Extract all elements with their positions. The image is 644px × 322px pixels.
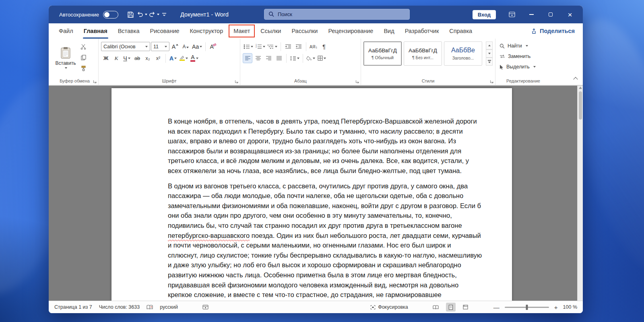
copy-icon[interactable] — [78, 53, 88, 62]
customize-quick-access-icon[interactable] — [159, 9, 169, 20]
bold-button[interactable]: Ж — [101, 53, 111, 63]
zoom-slider[interactable] — [505, 307, 549, 308]
format-painter-icon[interactable] — [78, 64, 88, 73]
tab-references[interactable]: Ссылки — [255, 23, 286, 39]
tab-design[interactable]: Конструктор — [185, 23, 229, 39]
clipboard-dialog-launcher-icon[interactable] — [93, 80, 97, 83]
underline-button[interactable]: Ч — [122, 53, 132, 63]
tab-home[interactable]: Главная — [78, 23, 113, 39]
highlighter-icon — [180, 56, 185, 61]
italic-button[interactable]: К — [111, 53, 121, 63]
autosave-label: Автосохранение — [59, 12, 99, 18]
page-indicator[interactable]: Страница 1 из 7 — [54, 304, 92, 310]
styles-scroll-down-icon[interactable] — [486, 50, 493, 58]
tab-developer[interactable]: Разработчик — [400, 23, 444, 39]
minimize-button[interactable] — [522, 6, 540, 23]
titlebar: Автосохранение Документ1 - Word Поиск Вх… — [49, 6, 583, 23]
style-normal[interactable]: АаБбВвГгД ¶ Обычный — [363, 41, 402, 66]
borders-button[interactable] — [317, 53, 327, 63]
scrollbar-thumb[interactable] — [579, 91, 582, 120]
tab-layout[interactable]: Макет — [228, 23, 255, 39]
tab-file[interactable]: Файл — [54, 23, 78, 39]
paragraph-dialog-launcher-icon[interactable] — [355, 80, 359, 83]
font-name-select[interactable]: Calibri (Основ — [101, 42, 150, 51]
paragraph: В одном из вагонов третьего класса, с ра… — [168, 181, 483, 300]
shading-button[interactable] — [305, 53, 316, 63]
change-case-button[interactable]: Аа — [191, 41, 203, 52]
tab-draw[interactable]: Рисование — [145, 23, 185, 39]
language-indicator[interactable]: русский — [160, 304, 178, 310]
styles-scroll-up-icon[interactable] — [486, 41, 493, 50]
paste-button[interactable]: Вставить — [54, 41, 78, 74]
text-effects-button[interactable]: А — [168, 53, 178, 63]
save-icon[interactable] — [126, 9, 135, 20]
replace-button[interactable]: Заменить — [498, 51, 549, 62]
find-icon — [500, 43, 505, 49]
superscript-button[interactable]: х² — [153, 53, 163, 63]
paste-dropdown-icon[interactable] — [65, 67, 67, 69]
styles-dialog-launcher-icon[interactable] — [490, 80, 493, 83]
document-text[interactable]: В конце ноября, в оттепель, часов в девя… — [111, 88, 512, 300]
tab-insert[interactable]: Вставка — [113, 23, 145, 39]
search-placeholder: Поиск — [278, 11, 292, 17]
select-button[interactable]: Выделить — [498, 62, 549, 72]
scroll-up-icon[interactable] — [579, 87, 582, 89]
shrink-font-button[interactable]: А — [181, 41, 190, 52]
macro-record-icon[interactable] — [202, 305, 208, 310]
line-spacing-button[interactable] — [289, 53, 300, 63]
tab-review[interactable]: Рецензирование — [323, 23, 378, 39]
font-size-select[interactable]: 11 — [151, 42, 169, 51]
bullets-button[interactable] — [243, 41, 254, 52]
redo-icon[interactable] — [147, 9, 157, 20]
grow-font-button[interactable]: А — [170, 41, 180, 52]
font-dialog-launcher-icon[interactable] — [235, 80, 238, 83]
print-layout-icon[interactable] — [446, 303, 456, 312]
word-count[interactable]: Число слов: 3633 — [99, 304, 140, 310]
focus-mode-button[interactable]: Фокусировка — [370, 304, 408, 310]
styles-more-icon[interactable] — [486, 58, 493, 66]
highlight-color-button[interactable] — [179, 53, 189, 63]
undo-icon[interactable] — [135, 9, 145, 20]
cut-icon[interactable] — [78, 42, 88, 52]
proofing-icon[interactable] — [147, 305, 153, 310]
ribbon: Вставить Буфер обмена — [49, 39, 583, 85]
ribbon-display-options-icon[interactable] — [503, 6, 521, 23]
strikethrough-button[interactable]: ab — [132, 53, 142, 63]
find-button[interactable]: Найти — [498, 41, 549, 51]
search-input[interactable]: Поиск — [264, 9, 410, 20]
sort-button[interactable]: АЯ↓ — [309, 41, 318, 52]
zoom-slider-thumb[interactable] — [526, 305, 528, 310]
group-clipboard: Вставить Буфер обмена — [51, 39, 99, 85]
maximize-button[interactable] — [542, 6, 559, 23]
read-mode-icon[interactable] — [431, 303, 441, 312]
vertical-scrollbar[interactable] — [577, 86, 583, 301]
style-no-spacing[interactable]: АаБбВвГгД ¶ Без инт... — [404, 41, 442, 66]
tab-help[interactable]: Справка — [444, 23, 477, 39]
increase-indent-button[interactable] — [294, 41, 303, 52]
zoom-out-button[interactable]: — — [493, 304, 500, 310]
web-layout-icon[interactable] — [461, 303, 471, 312]
close-button[interactable]: × — [561, 6, 579, 23]
search-icon — [268, 11, 275, 17]
autosave-toggle[interactable] — [103, 11, 118, 19]
font-color-button[interactable]: А — [190, 53, 199, 63]
clear-formatting-button[interactable]: А — [208, 41, 218, 52]
multilevel-list-button[interactable] — [267, 41, 278, 52]
justify-button[interactable] — [274, 53, 284, 63]
collapse-ribbon-icon[interactable] — [573, 77, 578, 81]
share-button[interactable]: Поделиться — [525, 23, 580, 39]
zoom-in-button[interactable]: + — [554, 304, 558, 310]
zoom-level[interactable]: 100 % — [563, 304, 577, 310]
align-center-button[interactable] — [253, 53, 263, 63]
align-right-button[interactable] — [264, 53, 273, 63]
style-heading1[interactable]: АаБбВе Заголово... — [444, 41, 482, 66]
decrease-indent-button[interactable] — [283, 41, 293, 52]
align-left-button[interactable] — [243, 53, 252, 63]
subscript-button[interactable]: х₂ — [143, 53, 153, 63]
tab-view[interactable]: Вид — [378, 23, 399, 39]
group-font: Calibri (Основ 11 А А Аа А Ж К Ч ab х₂ х… — [99, 39, 240, 85]
numbering-button[interactable]: 12 — [255, 41, 266, 52]
signin-button[interactable]: Вход — [473, 10, 496, 19]
show-marks-button[interactable]: ¶ — [319, 41, 329, 52]
tab-mailings[interactable]: Рассылки — [286, 23, 323, 39]
